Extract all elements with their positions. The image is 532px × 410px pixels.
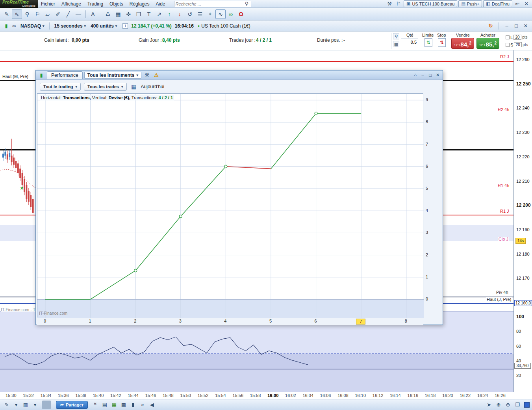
trades-filter-dropdown[interactable]: Tous les trades ▾ — [84, 83, 126, 91]
chevron-down-icon[interactable]: ▾ — [12, 401, 20, 409]
market-dropdown[interactable]: NASDAQ ▾ — [18, 22, 47, 30]
minimize-icon[interactable]: – — [503, 22, 511, 30]
wrench-icon[interactable]: ⚒ — [143, 72, 151, 79]
alarm-icon[interactable]: ⚐ — [32, 9, 43, 19]
separator[interactable] — [42, 401, 51, 409]
order-search-icon[interactable]: ⚲ — [393, 33, 399, 39]
layout-icon[interactable]: ▩ — [119, 401, 128, 409]
picker-icon[interactable]: ✐ — [53, 9, 63, 19]
target-icon[interactable]: ⌖ — [205, 9, 215, 19]
lasso-icon[interactable]: ↺ — [185, 9, 195, 19]
info-icon[interactable]: i — [122, 23, 128, 29]
text-icon[interactable]: T — [144, 9, 154, 19]
minimize-icon[interactable]: – — [419, 72, 426, 78]
price-axis[interactable]: 12 26012 25012 24012 23012 22012 21012 2… — [513, 50, 532, 399]
zoom-out-icon[interactable]: ⊖ — [504, 401, 512, 409]
workspace-button[interactable]: ▣ US TECH 100 Bureau — [404, 0, 457, 7]
stop-distance-value[interactable]: 20 — [514, 42, 522, 47]
sell-button[interactable]: 12 1 84, 2 — [451, 38, 474, 49]
spacer[interactable] — [98, 9, 103, 19]
menu-item[interactable]: Trading — [84, 0, 106, 7]
page-icon[interactable]: ▤ — [100, 401, 109, 409]
pencil-icon[interactable]: ✎ — [2, 9, 12, 19]
horizontal-value: Transactions, — [63, 95, 91, 100]
stop-checkbox[interactable] — [506, 43, 510, 47]
move-icon[interactable]: ✜ — [123, 9, 133, 19]
warning-icon[interactable]: ⚠ — [152, 72, 160, 79]
instruments-dropdown[interactable]: Tous les instruments ▾ — [84, 72, 141, 79]
watchlist-icon[interactable]: ☰ — [195, 9, 205, 19]
table-icon[interactable]: ▦ — [110, 401, 119, 409]
duplicate-icon[interactable]: ❐ — [133, 9, 144, 19]
zoom-icon[interactable]: ⚲ — [22, 9, 32, 19]
limit-distance-value[interactable]: 20 — [513, 35, 521, 40]
search-box[interactable]: ⚲ — [174, 1, 251, 7]
pattern-icon[interactable]: ▦ — [113, 9, 123, 19]
chevron-down-icon: ▾ — [137, 73, 139, 77]
timeframe-dropdown[interactable]: 15 secondes ▾ — [52, 22, 89, 30]
menu-item[interactable]: Objets — [106, 0, 126, 7]
time-axis[interactable]: 15:3015:3215:3415:3615:3815:4015:4215:44… — [0, 392, 532, 399]
chevron-down-icon[interactable]: ▾ — [31, 401, 39, 409]
menu-item[interactable]: Affichage — [58, 0, 84, 7]
back-icon[interactable]: ◀ — [148, 401, 156, 409]
draw-mode-icon[interactable]: ✎ — [2, 401, 11, 409]
tab-performance[interactable]: Performance — [47, 71, 83, 79]
arrow-down-icon[interactable]: ↓ — [174, 9, 185, 19]
monthly-high-label: Haut (M, Pré) — [2, 74, 29, 79]
calculator-icon[interactable]: ▦ — [393, 41, 399, 47]
stop-order-icon[interactable]: ⇅ — [438, 38, 446, 47]
limite-order-icon[interactable]: ⇅ — [424, 38, 432, 47]
note-icon[interactable]: ❝ — [91, 401, 100, 409]
fibonacci-icon[interactable]: A — [88, 9, 98, 19]
chart-tools-icon[interactable]: ∿ — [215, 9, 226, 19]
fit-icon[interactable]: ❒ — [513, 401, 522, 409]
qty-input[interactable] — [401, 39, 418, 45]
link-chain-icon[interactable]: ∞ — [10, 22, 18, 30]
limit-checkbox[interactable] — [506, 35, 510, 39]
performance-titlebar[interactable]: ▮ Performance Tous les instruments ▾ ⚒ ⚠… — [36, 70, 443, 80]
tools-icon[interactable]: ⚒ — [386, 0, 393, 7]
refresh-icon[interactable]: ↻ — [487, 22, 495, 30]
dealthru-button[interactable]: ◧ DealThru — [483, 0, 512, 7]
workspace-color-swatch[interactable] — [524, 402, 530, 408]
eraser-icon[interactable]: ▱ — [43, 9, 53, 19]
resize-icon[interactable]: ↗ — [154, 9, 164, 19]
separator[interactable] — [85, 10, 86, 18]
link-icon[interactable]: ∞ — [226, 9, 236, 19]
close-icon[interactable]: ✕ — [522, 22, 530, 30]
share-button[interactable]: ➦ Partager — [56, 401, 88, 409]
trading-filter-dropdown[interactable]: Tout le trading ▾ — [40, 83, 81, 91]
dock-icon[interactable]: ⇤ — [513, 0, 521, 7]
time-tick: 15:40 — [93, 393, 104, 398]
notifications-icon[interactable]: ⚐ — [395, 0, 402, 7]
close-icon[interactable]: ✕ — [523, 0, 530, 7]
collapse-icon[interactable]: « — [138, 401, 147, 409]
search-icon[interactable]: ⚲ — [244, 0, 250, 7]
chart-style-icon[interactable]: ▥ — [21, 401, 30, 409]
oscillator-ticks: 10080604020 — [514, 50, 532, 399]
menu-item[interactable]: Réglages — [126, 0, 153, 7]
search-input[interactable] — [176, 2, 244, 6]
buy-button[interactable]: 12 1 85, 2 — [476, 38, 499, 49]
magnet-icon[interactable]: Ω — [236, 9, 246, 19]
segment-icon[interactable]: — — [73, 9, 83, 19]
trendline-icon[interactable]: ╱ — [63, 9, 73, 19]
share-icon[interactable]: ∴ — [412, 72, 419, 78]
candles-icon[interactable]: ▮ — [129, 401, 137, 409]
arrow-up-icon[interactable]: ↑ — [164, 9, 174, 19]
maximize-icon[interactable]: □ — [427, 72, 434, 78]
menu-item[interactable]: Fichier — [38, 0, 58, 7]
menu-item[interactable]: Aide — [152, 0, 168, 7]
maximize-icon[interactable]: □ — [512, 22, 520, 30]
zoom-in-icon[interactable]: ⊕ — [494, 401, 503, 409]
chart-window-controls: ↻ – □ ✕ — [487, 22, 530, 30]
units-dropdown[interactable]: 400 unités ▾ — [88, 22, 119, 30]
pan-icon[interactable]: ➤ — [485, 401, 493, 409]
calendar-icon[interactable]: ▦ — [130, 83, 138, 90]
performance-chart[interactable]: Horizontal: Transactions, Vertical: Devi… — [37, 93, 423, 317]
close-icon[interactable]: ✕ — [434, 72, 441, 78]
trash-icon[interactable]: ♺ — [103, 9, 113, 19]
pointer-icon[interactable]: ⇖ — [12, 9, 22, 19]
push-button[interactable]: ▤ Push+ — [458, 0, 482, 7]
